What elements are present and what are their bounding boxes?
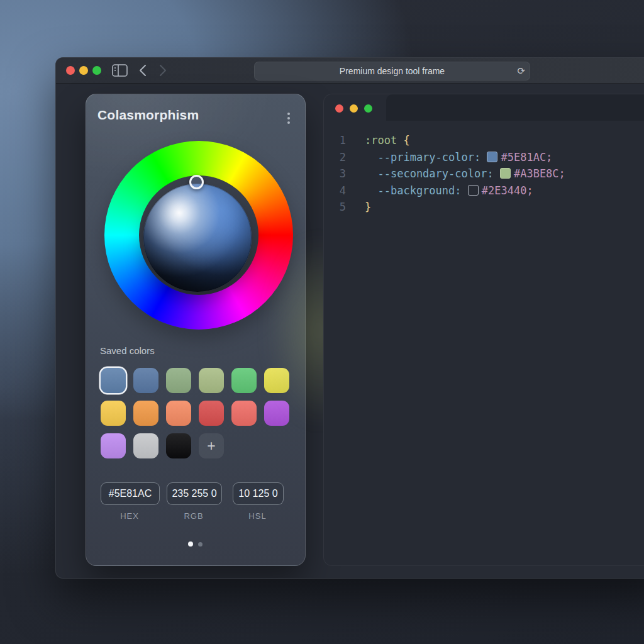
color-swatch[interactable]: [133, 401, 158, 426]
code-editor-panel: 1:root {2 --primary-color: #5E81AC;3 --s…: [323, 94, 644, 566]
kebab-menu-icon[interactable]: [287, 117, 290, 119]
editor-minimize-button[interactable]: [350, 104, 358, 113]
color-swatch[interactable]: [101, 368, 126, 393]
code-line: 5}: [324, 199, 644, 216]
refresh-icon[interactable]: ⟳: [517, 62, 525, 80]
address-bar[interactable]: Premium design tool frame ⟳: [254, 62, 530, 80]
line-number: 4: [324, 182, 346, 199]
zoom-button[interactable]: [92, 66, 101, 75]
color-swatch[interactable]: [166, 401, 191, 426]
inline-color-swatch[interactable]: [487, 152, 497, 162]
hex-value: #5E81AC: [109, 488, 152, 499]
hsl-value-box[interactable]: 10 125 0: [233, 482, 284, 505]
rgb-value: 235 255 0: [172, 488, 216, 499]
code-line: 3 --secondary-color: #A3BE8C;: [324, 165, 644, 182]
color-swatch[interactable]: [133, 433, 158, 458]
color-swatch[interactable]: [101, 401, 126, 426]
color-swatch[interactable]: [231, 401, 257, 426]
color-picker-panel: Colasmorphism Saved colors + #5E81AC 235…: [86, 94, 306, 566]
hsl-value: 10 125 0: [238, 488, 277, 499]
color-swatch[interactable]: [199, 368, 224, 393]
hue-selector-handle[interactable]: [189, 175, 204, 189]
browser-titlebar: Premium design tool frame ⟳: [56, 58, 644, 84]
panel-title: Colasmorphism: [97, 108, 199, 123]
line-number: 3: [324, 165, 346, 182]
pagination-dot-inactive[interactable]: [198, 542, 203, 547]
hex-label: HEX: [101, 511, 158, 521]
color-swatch[interactable]: [231, 368, 257, 393]
color-swatch[interactable]: [166, 433, 191, 458]
color-swatch[interactable]: [166, 368, 191, 393]
editor-zoom-button[interactable]: [364, 104, 372, 113]
inline-color-swatch[interactable]: [468, 185, 479, 196]
back-button-icon[interactable]: [138, 64, 148, 77]
color-swatch[interactable]: [199, 401, 224, 426]
color-swatch[interactable]: [264, 368, 289, 393]
rgb-label: RGB: [167, 511, 221, 521]
sidebar-toggle-icon[interactable]: [111, 64, 128, 77]
color-swatch[interactable]: [133, 368, 158, 393]
editor-close-button[interactable]: [335, 104, 343, 113]
code-line: 1:root {: [324, 132, 644, 149]
code-line: 2 --primary-color: #5E81AC;: [324, 149, 644, 166]
saturation-brightness-sphere[interactable]: [143, 184, 252, 292]
browser-window: Premium design tool frame ⟳ Colasmorphis…: [55, 57, 644, 579]
saved-colors-grid: +: [101, 368, 296, 458]
address-bar-text: Premium design tool frame: [340, 66, 445, 76]
inline-color-swatch[interactable]: [500, 168, 511, 179]
line-number: 2: [324, 149, 346, 166]
hex-value-box[interactable]: #5E81AC: [101, 482, 160, 505]
color-swatch[interactable]: [264, 401, 289, 426]
close-button[interactable]: [66, 66, 75, 75]
line-number: 1: [324, 132, 346, 149]
pagination-dot-active[interactable]: [188, 541, 193, 547]
color-swatch[interactable]: [101, 433, 126, 458]
minimize-button[interactable]: [79, 66, 88, 75]
editor-tab-strip: [386, 94, 644, 121]
code-line: 4 --background: #2E3440;: [324, 182, 644, 199]
forward-button-icon[interactable]: [158, 64, 168, 77]
line-number: 5: [324, 199, 346, 216]
saved-colors-label: Saved colors: [100, 345, 155, 356]
rgb-value-box[interactable]: 235 255 0: [167, 482, 222, 505]
add-color-button[interactable]: +: [199, 433, 224, 458]
hsl-label: HSL: [233, 511, 282, 521]
code-lines[interactable]: 1:root {2 --primary-color: #5E81AC;3 --s…: [324, 132, 644, 216]
